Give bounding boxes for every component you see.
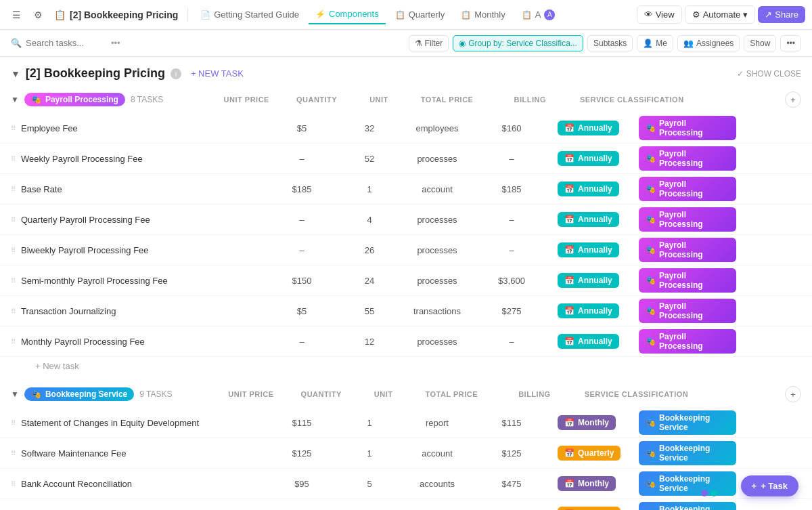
sidebar-toggle-btn[interactable]: ☰ [7,5,26,24]
payroll-new-task-row[interactable]: + New task [0,357,812,375]
task-name-label: Transaction Journalizing [21,306,116,316]
tab-quarterly-label: Quarterly [409,9,445,20]
service-label: Payroll Processing [659,240,729,259]
drag-handle-icon[interactable]: ⠿ [11,480,16,488]
tab-monthly[interactable]: 📋 Monthly [454,5,512,24]
settings-btn[interactable]: ⚙ [28,5,47,24]
nav-right: 👁 View ⚙ Automate ▾ ↗ Share [637,5,805,24]
drag-handle-icon[interactable]: ⠿ [11,247,16,254]
group-bookkeeping-header[interactable]: ▼ 🎭 Bookkeeping Service 9 TASKS UNIT PRI… [0,381,812,408]
unit-cell: accounts [403,476,471,492]
service-icon: 🎭 [646,418,656,427]
show-btn[interactable]: Show [744,35,776,51]
group-bookkeeping: ▼ 🎭 Bookkeeping Service 9 TASKS UNIT PRI… [0,381,812,510]
tab-getting-started[interactable]: 📄 Getting Started Guide [194,5,306,24]
calendar-icon: 📅 [564,245,574,255]
service-icon: 🎭 [646,245,656,255]
billing-badge: 📅 Annually [558,303,619,318]
assignees-btn[interactable]: 👥 Assignees [677,35,740,51]
float-task-btn[interactable]: + + Task [741,475,798,496]
page-header-title: [2] Bookkeeping Pricing [26,66,165,81]
share-label: Share [775,9,798,20]
dot-cyan [710,490,717,496]
table-row: ⠿ Amusement Tax Returns $275 1 process $… [0,499,812,510]
payroll-badge-label: Payroll Processing [45,95,118,104]
drag-handle-icon[interactable]: ⠿ [11,338,16,345]
drag-handle-icon[interactable]: ⠿ [11,155,16,163]
service-cell: 🎭 Payroll Processing [633,265,742,295]
share-btn[interactable]: ↗ Share [758,6,805,23]
share-icon: ↗ [765,9,772,20]
filter-btn[interactable]: ⚗ Filter [409,35,449,51]
drag-handle-icon[interactable]: ⠿ [11,307,16,315]
search-input[interactable] [26,38,107,48]
quantity-cell: 24 [336,273,403,289]
bookkeeping-badge-label: Bookkeeping Service [45,389,127,399]
payroll-col-service: SERVICE CLASSIFICATION [580,95,684,104]
drag-handle-icon[interactable]: ⠿ [11,216,16,224]
table-row: ⠿ Semi-monthly Payroll Processing Fee $1… [0,265,812,296]
group-by-btn[interactable]: ◉ Group by: Service Classifica... [453,35,583,51]
page-toggle-icon[interactable]: ▼ [11,68,20,79]
extra-cell [742,308,762,314]
drag-handle-icon[interactable]: ⠿ [11,450,16,457]
unit-cell: transactions [403,303,471,319]
extra-cell [742,339,762,344]
me-label: Me [656,39,667,48]
drag-handle-icon[interactable]: ⠿ [11,419,16,427]
tab-components[interactable]: ⚡ Components [309,5,386,24]
extra-cell [742,217,762,222]
automate-btn[interactable]: ⚙ Automate ▾ [685,5,756,24]
task-name-label: Base Rate [21,184,62,194]
billing-badge: 📅 Annually [558,212,619,227]
more-options-btn[interactable]: ••• [780,35,801,51]
service-label: Payroll Processing [659,210,729,229]
new-task-header-btn[interactable]: + NEW TASK [187,67,248,80]
billing-cell: 📅 Annually [552,270,633,291]
extra-cell [742,278,762,283]
group-by-icon: ◉ [459,39,466,48]
total-price-cell: $125 [471,446,552,461]
table-row: ⠿ Base Rate $185 1 account $185 📅 Annual… [0,174,812,205]
unit-price-cell: $95 [268,476,336,492]
drag-handle-icon[interactable]: ⠿ [11,125,16,132]
subtasks-btn[interactable]: Subtasks [587,35,633,51]
dot-purple [701,490,708,496]
payroll-add-btn[interactable]: + [785,91,801,108]
service-badge: 🎭 Bookkeeping Service [639,441,736,465]
service-label: Payroll Processing [659,119,729,137]
me-btn[interactable]: 👤 Me [637,35,673,51]
billing-cell: 📅 Annually [552,240,633,260]
unit-price-cell: $115 [268,415,336,431]
drag-handle-icon[interactable]: ⠿ [11,186,16,193]
service-badge: 🎭 Bookkeeping Service [639,471,736,496]
group-payroll-header[interactable]: ▼ 🎭 Payroll Processing 8 TASKS UNIT PRIC… [0,86,812,113]
show-close-btn[interactable]: ✓ SHOW CLOSE [737,69,801,79]
automate-chevron: ▾ [743,9,748,20]
service-label: Payroll Processing [659,271,729,290]
float-task-icon: + [752,481,757,491]
billing-badge: 📅 Annually [558,273,619,288]
group-by-label: Group by: Service Classifica... [468,39,577,48]
more-dots-icon[interactable]: ••• [111,38,120,48]
tab-quarterly[interactable]: 📋 Quarterly [388,5,451,24]
task-name-cell: ⠿ Semi-monthly Payroll Processing Fee [11,270,268,291]
unit-cell: processes [403,273,471,289]
payroll-col-billing: BILLING [514,95,546,104]
quantity-cell: 1 [336,446,403,461]
service-cell: 🎭 Bookkeeping Service [633,408,742,438]
total-price-cell: – [471,242,552,258]
drag-handle-icon[interactable]: ⠿ [11,277,16,284]
service-cell: 🎭 Payroll Processing [633,326,742,356]
task-name-cell: ⠿ Monthly Payroll Processing Fee [11,331,268,352]
view-btn[interactable]: 👁 View [637,5,682,24]
group-bookkeeping-badge: 🎭 Bookkeeping Service [24,387,134,401]
info-icon[interactable]: i [171,68,181,79]
billing-badge: 📅 Monthly [558,415,616,430]
unit-cell: account [403,446,471,461]
tab-a[interactable]: 📋 A A [515,5,562,24]
bookkeeping-add-btn[interactable]: + [785,386,801,402]
quantity-cell: 32 [336,121,403,136]
total-price-cell: $275 [471,507,552,511]
billing-label: Monthly [578,479,609,488]
